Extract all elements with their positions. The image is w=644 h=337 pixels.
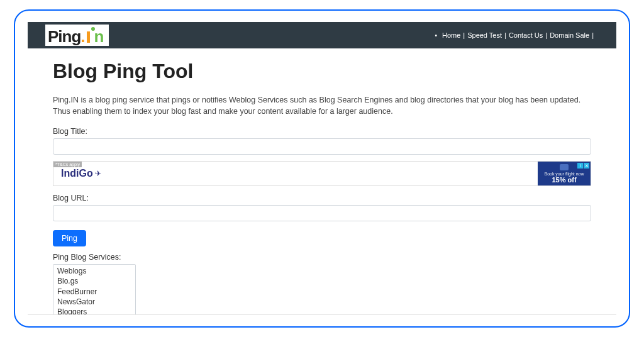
page-description: Ping.IN is a blog ping service that ping… bbox=[53, 94, 581, 117]
logo-dot: . bbox=[80, 27, 85, 47]
page-title: Blog Ping Tool bbox=[53, 60, 591, 83]
service-option[interactable]: NewsGator bbox=[53, 297, 135, 307]
frame: Ping.n • Home | Speed Test | Contact Us … bbox=[14, 9, 630, 328]
nav-contact-us[interactable]: Contact Us bbox=[508, 31, 544, 39]
content: Blog Ping Tool Ping.IN is a blog ping se… bbox=[28, 48, 616, 315]
logo-text-ping: Ping bbox=[48, 27, 80, 47]
service-option[interactable]: Blo.gs bbox=[53, 276, 135, 286]
ad-banner[interactable]: *T&Cs apply IndiGo ✈ i✕ Book your flight… bbox=[53, 161, 591, 186]
services-label: Ping Blog Services: bbox=[53, 253, 591, 262]
service-option[interactable]: Bloggers bbox=[53, 307, 135, 315]
nav-bullet-icon: • bbox=[435, 32, 437, 39]
blog-url-input[interactable] bbox=[53, 205, 591, 221]
page: Ping.n • Home | Speed Test | Contact Us … bbox=[28, 22, 616, 315]
services-select[interactable]: Weblogs Blo.gs FeedBurner NewsGator Blog… bbox=[53, 264, 136, 315]
ad-deal-small: Book your flight now bbox=[544, 172, 584, 176]
ad-plane-graphic-icon bbox=[560, 164, 569, 170]
ad-brand-text: IndiGo bbox=[61, 168, 93, 179]
nav-domain-sale[interactable]: Domain Sale bbox=[548, 31, 591, 39]
nav-speed-test[interactable]: Speed Test bbox=[466, 31, 503, 39]
blog-title-label: Blog Title: bbox=[53, 127, 591, 136]
ad-deal-big: 15% off bbox=[552, 176, 576, 184]
blog-url-label: Blog URL: bbox=[53, 194, 591, 202]
nav-home[interactable]: Home bbox=[441, 31, 462, 39]
logo-letter-n: n bbox=[94, 27, 104, 47]
logo-i-dot-icon bbox=[91, 27, 95, 31]
service-option[interactable]: FeedBurner bbox=[53, 287, 135, 297]
ad-terms-tag: *T&Cs apply bbox=[53, 162, 82, 167]
blog-title-input[interactable] bbox=[53, 138, 591, 155]
logo-letter-i-icon bbox=[87, 31, 90, 43]
nav: • Home | Speed Test | Contact Us | Domai… bbox=[435, 31, 594, 39]
service-option[interactable]: Weblogs bbox=[53, 266, 135, 276]
logo[interactable]: Ping.n bbox=[45, 25, 109, 46]
ad-adchoices-icon[interactable]: i✕ bbox=[577, 163, 589, 168]
ping-button[interactable]: Ping bbox=[53, 230, 86, 246]
ad-deal: i✕ Book your flight now 15% off bbox=[538, 162, 591, 185]
topbar: Ping.n • Home | Speed Test | Contact Us … bbox=[28, 22, 616, 48]
plane-icon: ✈ bbox=[95, 169, 101, 178]
